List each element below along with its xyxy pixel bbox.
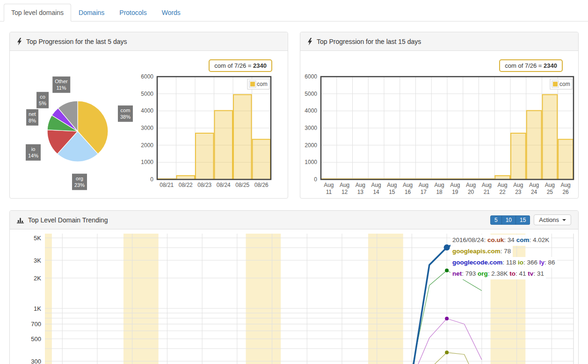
svg-text:12: 12 [341, 189, 348, 195]
five-day-bar-chart[interactable]: 010002000300040005000600008/2108/2208/23… [131, 72, 286, 197]
tab-words[interactable]: Words [154, 4, 188, 21]
hover-point-io [445, 350, 449, 354]
svg-text:2000: 2000 [141, 142, 153, 149]
svg-text:19: 19 [452, 189, 458, 195]
svg-text:Aug: Aug [560, 182, 570, 188]
svg-text:Aug: Aug [356, 182, 365, 188]
svg-text:Aug: Aug [419, 182, 428, 188]
panel-heading-trending: Top Level Domain Trending 51015 Actions [10, 211, 578, 229]
svg-text:500: 500 [31, 335, 41, 343]
tab-bar: Top level domainsDomainsProtocolsWords [0, 0, 588, 21]
trend-tooltip-line: 2016/08/24: co.uk: 34 com: 4.02K [450, 235, 551, 246]
svg-text:0: 0 [150, 176, 153, 183]
svg-text:24: 24 [531, 189, 537, 195]
svg-text:Aug: Aug [434, 182, 444, 188]
trend-tooltip-line: net: 793 org: 2.38K to: 41 tv: 31 [450, 268, 546, 279]
trend-line-io[interactable] [429, 352, 482, 364]
tab-protocols[interactable]: Protocols [112, 4, 154, 21]
range-button-10[interactable]: 10 [501, 215, 516, 225]
svg-text:22: 22 [499, 189, 506, 195]
weekend-band [123, 234, 159, 364]
svg-text:25: 25 [547, 189, 553, 195]
svg-text:08/24: 08/24 [217, 182, 231, 188]
svg-text:08/21: 08/21 [160, 182, 174, 188]
svg-text:3000: 3000 [141, 125, 153, 131]
range-button-5[interactable]: 5 [490, 215, 502, 225]
legend-swatch-com [250, 82, 255, 86]
panel-title: Top Progression for the last 5 days [26, 38, 127, 45]
bar-08-25[interactable] [233, 95, 252, 180]
panel-tld-trending: Top Level Domain Trending 51015 Actions … [9, 210, 579, 364]
svg-text:700: 700 [31, 321, 41, 328]
svg-text:4000: 4000 [141, 107, 153, 114]
svg-text:13: 13 [357, 189, 364, 195]
actions-dropdown-button[interactable]: Actions [534, 214, 571, 225]
flot-hover-tooltip: com of 7/26 = 2340 [209, 59, 272, 72]
pie-label-org: org23% [72, 174, 87, 190]
tab-domains[interactable]: Domains [71, 4, 112, 21]
weekend-band [45, 234, 52, 364]
svg-text:4000: 4000 [305, 107, 317, 114]
bar-08-23[interactable] [196, 133, 214, 179]
svg-text:5K: 5K [34, 235, 41, 242]
caret-down-icon [562, 219, 566, 221]
svg-text:3000: 3000 [305, 125, 317, 131]
svg-text:18: 18 [436, 189, 443, 195]
pie-label-net: net8% [26, 109, 38, 126]
svg-text:Aug: Aug [403, 182, 413, 188]
svg-text:Aug: Aug [545, 182, 555, 188]
tld-pie-chart[interactable] [45, 99, 110, 164]
svg-text:6000: 6000 [305, 73, 317, 80]
svg-text:21: 21 [484, 189, 490, 195]
bar-aug-24[interactable] [527, 111, 542, 179]
svg-text:1000: 1000 [305, 159, 317, 165]
svg-text:300: 300 [31, 358, 41, 364]
bar-aug-23[interactable] [511, 133, 526, 179]
bar-08-26[interactable] [253, 139, 271, 179]
svg-text:Aug: Aug [497, 182, 507, 188]
legend-label: com [257, 81, 268, 87]
bar-08-24[interactable] [215, 111, 233, 179]
svg-text:0: 0 [314, 176, 317, 183]
svg-text:3K: 3K [34, 257, 41, 264]
svg-text:6000: 6000 [141, 73, 153, 80]
svg-text:1000: 1000 [141, 159, 153, 165]
svg-text:20: 20 [468, 189, 474, 195]
svg-text:08/26: 08/26 [254, 182, 269, 188]
pie-label-other: Other11% [52, 77, 70, 93]
svg-text:Aug: Aug [529, 182, 539, 188]
hover-point-org [445, 269, 449, 272]
svg-text:23: 23 [515, 189, 522, 195]
trend-hover-tooltip: 2016/08/24: co.uk: 34 com: 4.02Kgoogleap… [450, 235, 557, 279]
svg-text:2000: 2000 [305, 142, 317, 149]
svg-text:1K: 1K [34, 305, 41, 312]
panel-title: Top Progression for the last 15 days [317, 38, 421, 45]
panel-top-progression-5-days: Top Progression for the last 5 days com … [9, 32, 288, 199]
svg-text:17: 17 [421, 189, 427, 195]
svg-text:Aug: Aug [513, 182, 523, 188]
trend-tooltip-line: googleapis.com: 78 [450, 246, 513, 257]
panel-top-progression-15-days: Top Progression for the last 15 days com… [300, 32, 579, 199]
bolt-icon [307, 38, 312, 45]
svg-text:11: 11 [326, 189, 332, 195]
svg-text:Aug: Aug [482, 182, 492, 188]
legend-swatch-com [553, 82, 558, 86]
weekend-band [246, 234, 281, 364]
svg-text:26: 26 [562, 189, 569, 195]
svg-text:08/25: 08/25 [235, 182, 249, 188]
svg-text:Aug: Aug [466, 182, 476, 188]
svg-text:14: 14 [373, 189, 379, 195]
svg-text:Aug: Aug [340, 182, 349, 188]
bar-aug-26[interactable] [558, 139, 573, 179]
range-button-15[interactable]: 15 [515, 215, 530, 225]
fifteen-day-bar-chart[interactable]: 0100020003000400050006000Aug11Aug12Aug13… [300, 72, 579, 197]
bar-chart-icon [17, 216, 24, 223]
pie-label-io: io14% [26, 144, 41, 161]
svg-text:Aug: Aug [371, 182, 381, 188]
svg-text:Aug: Aug [450, 182, 460, 188]
tab-top-level-domains[interactable]: Top level domains [4, 4, 71, 21]
svg-text:08/23: 08/23 [197, 182, 211, 188]
hover-point-com [444, 244, 450, 250]
bar-aug-25[interactable] [543, 95, 558, 180]
svg-text:5000: 5000 [141, 91, 153, 97]
